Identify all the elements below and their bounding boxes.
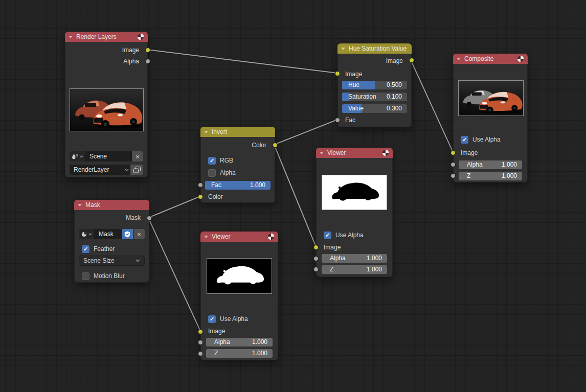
motion-blur-row[interactable]: Motion Blur: [82, 272, 125, 280]
socket-input-z[interactable]: [450, 173, 456, 178]
node-editor-canvas[interactable]: Render Layers Image Alpha: [0, 0, 586, 392]
node-link-wire[interactable]: [274, 120, 337, 145]
node-header[interactable]: Viewer: [316, 148, 393, 158]
collapse-arrow-icon[interactable]: [457, 58, 461, 60]
socket-input-image[interactable]: [313, 245, 319, 250]
alpha-value-field[interactable]: Alpha 1.000: [322, 254, 387, 263]
socket-input-fac[interactable]: [335, 118, 340, 123]
socket-output-image[interactable]: [409, 58, 414, 63]
node-link-wire[interactable]: [148, 196, 200, 218]
scene-name-field[interactable]: Scene: [85, 151, 132, 162]
render-preview-image: [70, 88, 144, 131]
node-invert[interactable]: Invert Color ✓ RGB Alpha Fac 1.000 Color: [200, 127, 275, 203]
socket-input-image[interactable]: [450, 150, 456, 155]
socket-input-alpha[interactable]: [198, 340, 203, 345]
collapse-arrow-icon[interactable]: [320, 152, 324, 154]
render-layer-dropdown[interactable]: RenderLayer: [70, 165, 130, 175]
use-alpha-checkbox[interactable]: ✓: [208, 315, 216, 323]
render-layers-stack-button[interactable]: [130, 165, 143, 175]
fake-user-shield-button[interactable]: [122, 229, 133, 239]
socket-output-image[interactable]: [145, 48, 150, 53]
node-header[interactable]: Viewer: [200, 232, 278, 242]
socket-input-image[interactable]: [198, 329, 203, 334]
node-composite[interactable]: Composite: [453, 54, 528, 182]
scene-icon[interactable]: [70, 151, 85, 162]
socket-output-mask[interactable]: [147, 216, 152, 221]
rgb-row[interactable]: ✓ RGB: [208, 156, 233, 165]
collapse-arrow-icon[interactable]: [204, 236, 208, 238]
z-value-field[interactable]: Z 1.000: [322, 265, 387, 274]
mask-selector[interactable]: Mask ×: [79, 229, 145, 239]
node-viewer-bottom[interactable]: Viewer ✓ Use Alpha Image Alpha 1.000 Z 1…: [200, 232, 278, 360]
size-mode-dropdown[interactable]: Scene Size: [79, 256, 145, 266]
socket-input-z[interactable]: [198, 351, 203, 356]
rgb-checkbox[interactable]: ✓: [208, 157, 216, 165]
output-label-image: Image: [122, 45, 139, 55]
fac-slider[interactable]: Fac 1.000: [205, 181, 271, 190]
mask-icon[interactable]: [79, 229, 95, 239]
node-link-wire[interactable]: [274, 120, 337, 145]
node-link-wire[interactable]: [411, 60, 453, 152]
use-alpha-checkbox[interactable]: ✓: [324, 232, 331, 239]
socket-output-alpha[interactable]: [145, 59, 150, 64]
use-alpha-row[interactable]: ✓ Use Alpha: [208, 315, 248, 323]
node-header[interactable]: Render Layers: [65, 32, 148, 42]
node-hue-saturation-value[interactable]: Hue Saturation Value Image Image Hue 0.5…: [337, 43, 412, 127]
hue-slider[interactable]: Hue 0.500: [342, 81, 407, 89]
socket-input-alpha[interactable]: [313, 256, 319, 261]
node-link-wire[interactable]: [274, 145, 316, 247]
node-header[interactable]: Mask: [74, 200, 149, 210]
unlink-scene-button[interactable]: ×: [132, 151, 143, 162]
composite-preview-image: [458, 80, 524, 116]
scene-selector[interactable]: Scene ×: [70, 151, 143, 162]
node-render-layers[interactable]: Render Layers Image Alpha: [65, 32, 148, 177]
feather-row[interactable]: ✓ Feather: [82, 245, 115, 253]
saturation-slider[interactable]: Saturation 0.100: [342, 93, 407, 101]
motion-blur-checkbox[interactable]: [82, 272, 89, 280]
mask-name-field[interactable]: Mask: [95, 229, 122, 239]
z-value-field[interactable]: Z 1.000: [206, 349, 273, 358]
unlink-mask-button[interactable]: ×: [133, 229, 145, 239]
node-link-wire[interactable]: [147, 50, 337, 73]
socket-input-fac[interactable]: [198, 182, 203, 188]
node-link-wire[interactable]: [411, 60, 453, 152]
collapse-arrow-icon[interactable]: [69, 36, 73, 38]
preview-sphere-icon: [517, 55, 524, 62]
alpha-row[interactable]: Alpha: [208, 169, 236, 177]
node-link-wire[interactable]: [148, 218, 200, 331]
socket-input-z[interactable]: [313, 267, 319, 272]
socket-input-image[interactable]: [335, 71, 340, 76]
alpha-value-field[interactable]: Alpha 1.000: [459, 160, 522, 169]
z-value-field[interactable]: Z 1.000: [459, 172, 522, 180]
use-alpha-row[interactable]: ✓ Use Alpha: [324, 231, 364, 239]
viewer-preview-mask-image: [322, 175, 387, 210]
socket-input-alpha[interactable]: [450, 162, 456, 167]
check-icon: ✓: [210, 157, 214, 164]
socket-output-color[interactable]: [273, 143, 278, 148]
value-slider[interactable]: Value 0.300: [342, 104, 407, 113]
collapse-arrow-icon[interactable]: [341, 48, 345, 50]
collapse-arrow-icon[interactable]: [204, 131, 208, 133]
render-layer-selector[interactable]: RenderLayer: [70, 165, 143, 175]
check-icon: ✓: [325, 232, 330, 239]
node-mask[interactable]: Mask Mask Mask × ✓ Feather Scene Size: [74, 200, 149, 283]
alpha-value-field[interactable]: Alpha 1.000: [206, 338, 273, 347]
node-link-wire[interactable]: [148, 218, 200, 331]
use-alpha-checkbox[interactable]: ✓: [461, 136, 468, 144]
socket-input-color[interactable]: [198, 194, 203, 199]
node-header[interactable]: Composite: [453, 54, 528, 64]
node-header[interactable]: Invert: [200, 127, 275, 137]
feather-checkbox[interactable]: ✓: [82, 245, 89, 253]
alpha-checkbox[interactable]: [208, 169, 216, 177]
node-link-wire[interactable]: [274, 145, 316, 247]
node-title: Viewer: [212, 233, 230, 240]
node-header[interactable]: Hue Saturation Value: [337, 43, 412, 54]
node-viewer-top[interactable]: Viewer ✓ Use Alpha Image Alpha 1.000 Z 1…: [316, 148, 393, 277]
viewer-preview-inverted-mask-image: [207, 258, 272, 294]
node-link-wire[interactable]: [148, 196, 200, 218]
close-icon: ×: [137, 230, 141, 238]
preview-sphere-icon: [382, 149, 389, 156]
collapse-arrow-icon[interactable]: [78, 204, 82, 206]
node-link-wire[interactable]: [147, 50, 337, 73]
use-alpha-row[interactable]: ✓ Use Alpha: [461, 135, 501, 144]
